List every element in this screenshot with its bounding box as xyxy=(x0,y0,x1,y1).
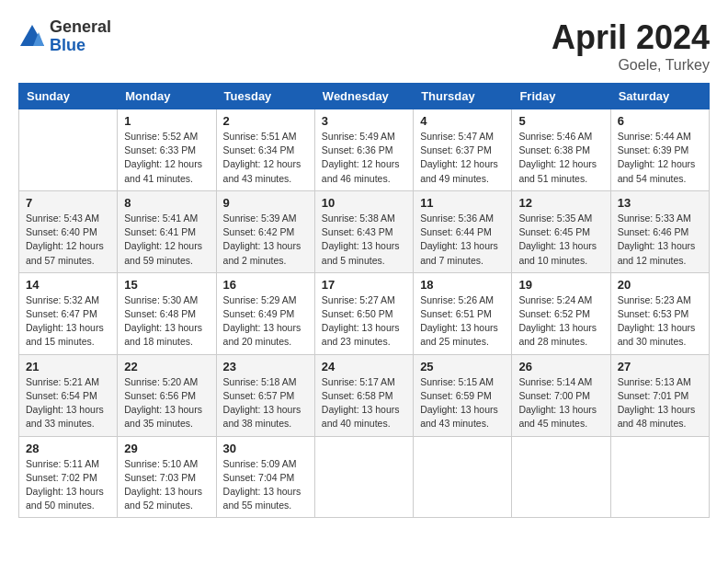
day-number: 29 xyxy=(124,442,209,455)
calendar-cell xyxy=(19,109,118,191)
calendar-cell xyxy=(414,436,512,518)
day-info: Sunrise: 5:11 AMSunset: 7:02 PMDaylight:… xyxy=(26,457,110,513)
calendar-cell: 16Sunrise: 5:29 AMSunset: 6:49 PMDayligh… xyxy=(216,272,314,354)
calendar-cell: 23Sunrise: 5:18 AMSunset: 6:57 PMDayligh… xyxy=(216,354,314,436)
day-number: 24 xyxy=(322,360,406,373)
calendar-cell: 8Sunrise: 5:41 AMSunset: 6:41 PMDaylight… xyxy=(118,190,216,272)
weekday-header-sunday: Sunday xyxy=(19,84,118,109)
calendar-cell: 28Sunrise: 5:11 AMSunset: 7:02 PMDayligh… xyxy=(19,436,118,518)
day-info: Sunrise: 5:17 AMSunset: 6:58 PMDaylight:… xyxy=(322,375,406,431)
day-info: Sunrise: 5:27 AMSunset: 6:50 PMDaylight:… xyxy=(322,293,406,350)
day-number: 27 xyxy=(618,360,702,373)
day-number: 12 xyxy=(518,196,603,210)
weekday-header-saturday: Saturday xyxy=(610,84,709,109)
day-info: Sunrise: 5:38 AMSunset: 6:43 PMDaylight:… xyxy=(322,212,406,268)
day-number: 13 xyxy=(618,196,702,210)
calendar-cell: 19Sunrise: 5:24 AMSunset: 6:52 PMDayligh… xyxy=(512,272,610,354)
day-number: 10 xyxy=(322,196,406,210)
day-number: 1 xyxy=(124,114,209,128)
day-number: 28 xyxy=(26,442,110,455)
calendar-cell: 2Sunrise: 5:51 AMSunset: 6:34 PMDaylight… xyxy=(216,109,314,191)
day-info: Sunrise: 5:39 AMSunset: 6:42 PMDaylight:… xyxy=(223,212,308,268)
day-info: Sunrise: 5:44 AMSunset: 6:39 PMDaylight:… xyxy=(618,130,702,186)
day-number: 5 xyxy=(518,114,603,128)
day-info: Sunrise: 5:15 AMSunset: 6:59 PMDaylight:… xyxy=(420,375,505,431)
calendar-cell xyxy=(610,436,709,518)
day-number: 21 xyxy=(26,360,110,373)
calendar-cell: 11Sunrise: 5:36 AMSunset: 6:44 PMDayligh… xyxy=(414,190,512,272)
day-number: 8 xyxy=(124,196,209,210)
day-info: Sunrise: 5:36 AMSunset: 6:44 PMDaylight:… xyxy=(420,212,505,268)
calendar-cell: 24Sunrise: 5:17 AMSunset: 6:58 PMDayligh… xyxy=(314,354,413,436)
calendar-cell: 14Sunrise: 5:32 AMSunset: 6:47 PMDayligh… xyxy=(19,272,118,354)
calendar-cell: 15Sunrise: 5:30 AMSunset: 6:48 PMDayligh… xyxy=(118,272,216,354)
day-info: Sunrise: 5:14 AMSunset: 7:00 PMDaylight:… xyxy=(518,375,603,431)
logo-text: General Blue xyxy=(50,18,111,55)
day-info: Sunrise: 5:35 AMSunset: 6:45 PMDaylight:… xyxy=(518,212,603,268)
calendar-table: SundayMondayTuesdayWednesdayThursdayFrid… xyxy=(18,83,710,518)
calendar-cell: 5Sunrise: 5:46 AMSunset: 6:38 PMDaylight… xyxy=(512,109,610,191)
calendar-cell: 18Sunrise: 5:26 AMSunset: 6:51 PMDayligh… xyxy=(414,272,512,354)
calendar-cell xyxy=(512,436,610,518)
weekday-header-tuesday: Tuesday xyxy=(216,84,314,109)
calendar-week-row: 7Sunrise: 5:43 AMSunset: 6:40 PMDaylight… xyxy=(19,190,710,272)
logo-general: General xyxy=(50,18,111,37)
day-info: Sunrise: 5:20 AMSunset: 6:56 PMDaylight:… xyxy=(124,375,209,431)
day-info: Sunrise: 5:09 AMSunset: 7:04 PMDaylight:… xyxy=(223,457,308,513)
day-number: 3 xyxy=(322,114,406,128)
logo-blue: Blue xyxy=(50,37,111,55)
calendar-cell: 9Sunrise: 5:39 AMSunset: 6:42 PMDaylight… xyxy=(216,190,314,272)
logo-icon xyxy=(18,23,46,51)
day-info: Sunrise: 5:26 AMSunset: 6:51 PMDaylight:… xyxy=(420,293,505,350)
weekday-header-friday: Friday xyxy=(512,84,610,109)
day-info: Sunrise: 5:18 AMSunset: 6:57 PMDaylight:… xyxy=(223,375,308,431)
page-header: General Blue April 2024 Goele, Turkey xyxy=(18,18,710,74)
day-number: 6 xyxy=(618,114,702,128)
calendar-header: SundayMondayTuesdayWednesdayThursdayFrid… xyxy=(19,84,710,109)
calendar-cell: 29Sunrise: 5:10 AMSunset: 7:03 PMDayligh… xyxy=(118,436,216,518)
day-info: Sunrise: 5:43 AMSunset: 6:40 PMDaylight:… xyxy=(26,212,110,268)
day-number: 2 xyxy=(223,114,308,128)
day-number: 30 xyxy=(223,442,308,455)
day-info: Sunrise: 5:33 AMSunset: 6:46 PMDaylight:… xyxy=(618,212,702,268)
day-info: Sunrise: 5:24 AMSunset: 6:52 PMDaylight:… xyxy=(518,293,603,350)
day-number: 25 xyxy=(420,360,505,373)
calendar-location: Goele, Turkey xyxy=(552,57,710,74)
calendar-cell: 3Sunrise: 5:49 AMSunset: 6:36 PMDaylight… xyxy=(314,109,413,191)
calendar-cell: 25Sunrise: 5:15 AMSunset: 6:59 PMDayligh… xyxy=(414,354,512,436)
calendar-cell: 30Sunrise: 5:09 AMSunset: 7:04 PMDayligh… xyxy=(216,436,314,518)
calendar-cell: 4Sunrise: 5:47 AMSunset: 6:37 PMDaylight… xyxy=(414,109,512,191)
calendar-cell: 27Sunrise: 5:13 AMSunset: 7:01 PMDayligh… xyxy=(610,354,709,436)
day-number: 16 xyxy=(223,278,308,292)
day-number: 23 xyxy=(223,360,308,373)
calendar-cell: 17Sunrise: 5:27 AMSunset: 6:50 PMDayligh… xyxy=(314,272,413,354)
day-number: 9 xyxy=(223,196,308,210)
day-number: 26 xyxy=(518,360,603,373)
calendar-week-row: 28Sunrise: 5:11 AMSunset: 7:02 PMDayligh… xyxy=(19,436,710,518)
weekday-header-wednesday: Wednesday xyxy=(314,84,413,109)
day-info: Sunrise: 5:51 AMSunset: 6:34 PMDaylight:… xyxy=(223,130,308,186)
calendar-body: 1Sunrise: 5:52 AMSunset: 6:33 PMDaylight… xyxy=(19,109,710,518)
calendar-cell xyxy=(314,436,413,518)
day-number: 18 xyxy=(420,278,505,292)
day-info: Sunrise: 5:49 AMSunset: 6:36 PMDaylight:… xyxy=(322,130,406,186)
day-number: 20 xyxy=(618,278,702,292)
calendar-cell: 7Sunrise: 5:43 AMSunset: 6:40 PMDaylight… xyxy=(19,190,118,272)
day-number: 15 xyxy=(124,278,209,292)
calendar-cell: 22Sunrise: 5:20 AMSunset: 6:56 PMDayligh… xyxy=(118,354,216,436)
day-info: Sunrise: 5:23 AMSunset: 6:53 PMDaylight:… xyxy=(618,293,702,350)
title-block: April 2024 Goele, Turkey xyxy=(552,18,710,74)
day-info: Sunrise: 5:29 AMSunset: 6:49 PMDaylight:… xyxy=(223,293,308,350)
day-info: Sunrise: 5:13 AMSunset: 7:01 PMDaylight:… xyxy=(618,375,702,431)
weekday-header-thursday: Thursday xyxy=(414,84,512,109)
day-info: Sunrise: 5:41 AMSunset: 6:41 PMDaylight:… xyxy=(124,212,209,268)
day-number: 14 xyxy=(26,278,110,292)
calendar-cell: 21Sunrise: 5:21 AMSunset: 6:54 PMDayligh… xyxy=(19,354,118,436)
calendar-week-row: 1Sunrise: 5:52 AMSunset: 6:33 PMDaylight… xyxy=(19,109,710,191)
calendar-cell: 13Sunrise: 5:33 AMSunset: 6:46 PMDayligh… xyxy=(610,190,709,272)
calendar-cell: 20Sunrise: 5:23 AMSunset: 6:53 PMDayligh… xyxy=(610,272,709,354)
day-number: 7 xyxy=(26,196,110,210)
weekday-header-monday: Monday xyxy=(118,84,216,109)
day-number: 4 xyxy=(420,114,505,128)
weekday-header-row: SundayMondayTuesdayWednesdayThursdayFrid… xyxy=(19,84,710,109)
